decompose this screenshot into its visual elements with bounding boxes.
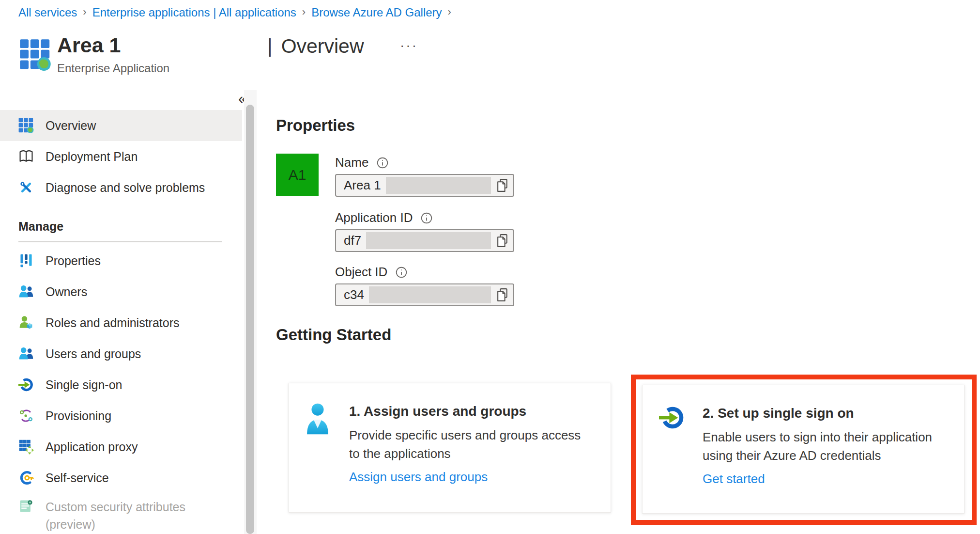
application-id-label-row: Application ID [335, 210, 433, 225]
title-separator: | [267, 35, 273, 58]
chevron-right-icon: › [448, 6, 451, 18]
sidebar-item-properties[interactable]: Properties [0, 245, 242, 276]
book-icon [18, 149, 34, 164]
chevron-right-icon: › [83, 6, 86, 18]
info-icon[interactable] [376, 157, 389, 169]
grid-arrows-icon [18, 439, 34, 455]
name-label-row: Name [335, 155, 389, 170]
sidebar-item-label: Overview [46, 119, 96, 133]
card-set-up-sso: 2. Set up single sign on Enable users to… [642, 385, 965, 514]
sidebar-item-label: Application proxy [46, 440, 138, 454]
sidebar-item-roles-administrators[interactable]: Roles and administrators [0, 307, 242, 338]
card-description: Provide specific users and groups access… [349, 426, 594, 463]
application-id-label: Application ID [335, 210, 413, 225]
sidebar-item-label: Self-service [46, 471, 109, 485]
more-options-icon[interactable]: ··· [400, 38, 418, 53]
redaction-bar [366, 232, 491, 249]
sidebar-item-label: Single sign-on [46, 378, 122, 392]
redaction-bar [386, 177, 491, 194]
sliders-icon [18, 253, 34, 268]
sidebar-item-label: Users and groups [46, 347, 141, 361]
card-title: 2. Set up single sign on [703, 406, 935, 421]
sidebar: Overview Deployment Plan Diagnose and so… [0, 110, 242, 533]
sidebar-item-label: Custom security attributes (preview) [46, 498, 191, 533]
application-id-value: df7 [344, 233, 361, 248]
sidebar-item-custom-security-attributes[interactable]: Custom security attributes (preview) [0, 493, 242, 533]
sidebar-item-label: Provisioning [46, 409, 111, 423]
breadcrumb: All services › Enterprise applications |… [18, 6, 451, 19]
app-grid-globe-icon [18, 118, 34, 133]
name-label: Name [335, 155, 368, 170]
sync-icon [18, 408, 34, 424]
sidebar-item-self-service[interactable]: Self-service [0, 462, 242, 493]
document-gear-icon [18, 498, 34, 514]
sidebar-item-deployment-plan[interactable]: Deployment Plan [0, 141, 242, 172]
sso-arrow-icon [659, 405, 685, 431]
card-description: Enable users to sign into their applicat… [703, 428, 935, 465]
person-icon [306, 403, 330, 436]
app-grid-globe-icon [19, 39, 51, 71]
sidebar-item-overview[interactable]: Overview [0, 110, 242, 141]
sidebar-item-label: Properties [46, 254, 101, 268]
page-title: Area 1 [57, 34, 169, 57]
assign-users-groups-link[interactable]: Assign users and groups [349, 470, 488, 485]
info-icon[interactable] [420, 212, 433, 224]
app-avatar: A1 [276, 154, 319, 196]
page-subtitle: Enterprise Application [57, 62, 169, 75]
application-id-field[interactable]: df7 [335, 229, 514, 252]
copy-icon[interactable] [495, 287, 511, 303]
name-value: Area 1 [344, 178, 381, 193]
sidebar-item-single-sign-on[interactable]: Single sign-on [0, 369, 242, 400]
sidebar-item-label: Roles and administrators [46, 316, 180, 330]
copy-icon[interactable] [495, 177, 511, 193]
properties-heading: Properties [276, 116, 355, 135]
breadcrumb-browse-gallery[interactable]: Browse Azure AD Gallery [311, 6, 442, 19]
sidebar-item-label: Owners [46, 285, 87, 299]
sidebar-item-diagnose[interactable]: Diagnose and solve problems [0, 172, 242, 203]
object-id-label: Object ID [335, 265, 387, 280]
sidebar-item-users-groups[interactable]: Users and groups [0, 338, 242, 369]
highlight-annotation: 2. Set up single sign on Enable users to… [631, 375, 977, 525]
sidebar-item-label: Deployment Plan [46, 150, 138, 164]
chevron-right-icon: › [302, 6, 306, 18]
person-cube-icon [18, 315, 34, 330]
sidebar-item-provisioning[interactable]: Provisioning [0, 400, 242, 431]
object-id-label-row: Object ID [335, 265, 408, 280]
scrollbar-thumb[interactable] [246, 105, 254, 534]
sidebar-item-label: Diagnose and solve problems [46, 181, 205, 195]
info-icon[interactable] [395, 266, 408, 279]
sso-icon [18, 377, 34, 393]
people-icon [18, 346, 34, 361]
blade-title: | Overview [267, 35, 364, 58]
get-started-link[interactable]: Get started [703, 471, 765, 487]
breadcrumb-all-services[interactable]: All services [18, 6, 77, 19]
redaction-bar [369, 286, 491, 303]
getting-started-heading: Getting Started [276, 326, 391, 344]
breadcrumb-enterprise-applications[interactable]: Enterprise applications | All applicatio… [92, 6, 296, 19]
ring-key-icon [18, 470, 34, 486]
tools-icon [18, 180, 34, 195]
page-header: Area 1 Enterprise Application [57, 34, 169, 75]
people-icon [18, 284, 34, 299]
sidebar-item-application-proxy[interactable]: Application proxy [0, 431, 242, 462]
sidebar-section-manage: Manage [18, 220, 242, 234]
object-id-field[interactable]: c34 [335, 283, 514, 306]
copy-icon[interactable] [495, 233, 511, 249]
name-field[interactable]: Area 1 [335, 174, 514, 197]
card-title: 1. Assign users and groups [349, 404, 594, 419]
object-id-value: c34 [344, 287, 364, 302]
blade-title-label: Overview [281, 35, 364, 58]
sidebar-divider [18, 241, 222, 242]
sidebar-item-owners[interactable]: Owners [0, 276, 242, 307]
card-assign-users-groups: 1. Assign users and groups Provide speci… [289, 383, 611, 513]
